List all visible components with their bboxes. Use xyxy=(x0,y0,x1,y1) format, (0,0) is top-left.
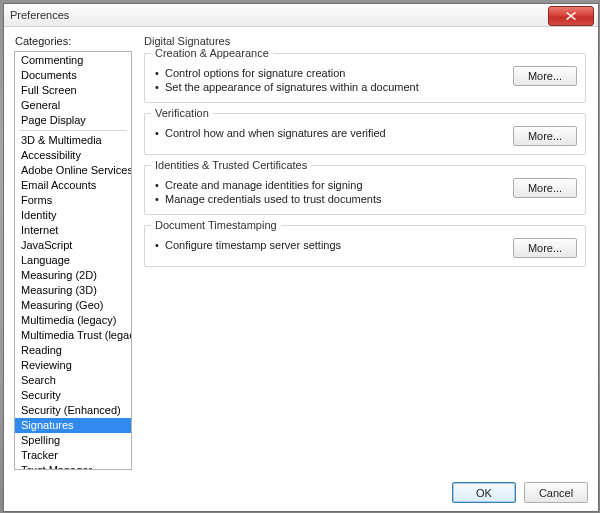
bullet-icon: • xyxy=(153,192,161,206)
category-item[interactable]: 3D & Multimedia xyxy=(15,133,131,148)
group-inner: •Control options for signature creation•… xyxy=(153,66,577,94)
category-item[interactable]: Internet xyxy=(15,223,131,238)
bullet-row: •Control how and when signatures are ver… xyxy=(153,126,386,140)
bullet-text: Control options for signature creation xyxy=(165,66,345,80)
group-legend: Identities & Trusted Certificates xyxy=(151,159,311,171)
settings-group: Identities & Trusted Certificates•Create… xyxy=(144,165,586,215)
dialog-body: Categories: CommentingDocumentsFull Scre… xyxy=(4,27,598,476)
group-legend: Document Timestamping xyxy=(151,219,281,231)
window-title: Preferences xyxy=(10,9,69,21)
category-item[interactable]: Multimedia Trust (legacy) xyxy=(15,328,131,343)
category-item[interactable]: Search xyxy=(15,373,131,388)
categories-label: Categories: xyxy=(15,35,132,47)
settings-group: Verification•Control how and when signat… xyxy=(144,113,586,155)
bullet-icon: • xyxy=(153,126,161,140)
titlebar: Preferences xyxy=(4,4,598,27)
bullet-row: •Manage credentials used to trust docume… xyxy=(153,192,381,206)
group-bullets: •Configure timestamp server settings xyxy=(153,238,341,252)
bullet-text: Create and manage identities for signing xyxy=(165,178,363,192)
settings-pane: Digital Signatures Creation & Appearance… xyxy=(142,35,588,470)
bullet-icon: • xyxy=(153,178,161,192)
category-item[interactable]: Page Display xyxy=(15,113,131,128)
group-inner: •Create and manage identities for signin… xyxy=(153,178,577,206)
group-bullets: •Create and manage identities for signin… xyxy=(153,178,381,206)
group-legend: Verification xyxy=(151,107,213,119)
category-item[interactable]: Spelling xyxy=(15,433,131,448)
more-button[interactable]: More... xyxy=(513,238,577,258)
category-separator xyxy=(19,130,127,131)
category-item[interactable]: Full Screen xyxy=(15,83,131,98)
bullet-row: •Create and manage identities for signin… xyxy=(153,178,381,192)
category-item[interactable]: Signatures xyxy=(15,418,131,433)
category-item[interactable]: Security (Enhanced) xyxy=(15,403,131,418)
category-item[interactable]: Trust Manager xyxy=(15,463,131,470)
group-inner: •Control how and when signatures are ver… xyxy=(153,126,577,146)
bullet-icon: • xyxy=(153,66,161,80)
category-item[interactable]: Security xyxy=(15,388,131,403)
bullet-row: •Configure timestamp server settings xyxy=(153,238,341,252)
category-item[interactable]: Reading xyxy=(15,343,131,358)
settings-group: Document Timestamping•Configure timestam… xyxy=(144,225,586,267)
categories-list[interactable]: CommentingDocumentsFull ScreenGeneralPag… xyxy=(14,51,132,470)
category-item[interactable]: Tracker xyxy=(15,448,131,463)
group-bullets: •Control how and when signatures are ver… xyxy=(153,126,386,140)
bullet-text: Set the appearance of signatures within … xyxy=(165,80,419,94)
bullet-row: •Control options for signature creation xyxy=(153,66,419,80)
category-item[interactable]: Reviewing xyxy=(15,358,131,373)
category-item[interactable]: Accessibility xyxy=(15,148,131,163)
more-button[interactable]: More... xyxy=(513,126,577,146)
group-bullets: •Control options for signature creation•… xyxy=(153,66,419,94)
bullet-icon: • xyxy=(153,238,161,252)
categories-pane: Categories: CommentingDocumentsFull Scre… xyxy=(14,35,132,470)
dialog-footer: OK Cancel xyxy=(4,476,598,511)
category-item[interactable]: Measuring (Geo) xyxy=(15,298,131,313)
group-inner: •Configure timestamp server settingsMore… xyxy=(153,238,577,258)
bullet-text: Manage credentials used to trust documen… xyxy=(165,192,381,206)
category-item[interactable]: Multimedia (legacy) xyxy=(15,313,131,328)
settings-groups: Creation & Appearance•Control options fo… xyxy=(142,53,588,277)
more-button[interactable]: More... xyxy=(513,66,577,86)
category-item[interactable]: Language xyxy=(15,253,131,268)
bullet-text: Control how and when signatures are veri… xyxy=(165,126,386,140)
preferences-window: Preferences Categories: CommentingDocume… xyxy=(3,3,599,512)
category-item[interactable]: General xyxy=(15,98,131,113)
category-item[interactable]: JavaScript xyxy=(15,238,131,253)
category-item[interactable]: Measuring (2D) xyxy=(15,268,131,283)
category-item[interactable]: Measuring (3D) xyxy=(15,283,131,298)
group-legend: Creation & Appearance xyxy=(151,47,273,59)
bullet-row: •Set the appearance of signatures within… xyxy=(153,80,419,94)
category-item[interactable]: Commenting xyxy=(15,53,131,68)
bullet-text: Configure timestamp server settings xyxy=(165,238,341,252)
close-button[interactable] xyxy=(548,6,594,26)
close-icon xyxy=(566,12,576,20)
panel-title: Digital Signatures xyxy=(144,35,588,47)
category-item[interactable]: Documents xyxy=(15,68,131,83)
cancel-button[interactable]: Cancel xyxy=(524,482,588,503)
settings-group: Creation & Appearance•Control options fo… xyxy=(144,53,586,103)
category-item[interactable]: Forms xyxy=(15,193,131,208)
more-button[interactable]: More... xyxy=(513,178,577,198)
ok-button[interactable]: OK xyxy=(452,482,516,503)
category-item[interactable]: Adobe Online Services xyxy=(15,163,131,178)
bullet-icon: • xyxy=(153,80,161,94)
category-item[interactable]: Identity xyxy=(15,208,131,223)
category-item[interactable]: Email Accounts xyxy=(15,178,131,193)
